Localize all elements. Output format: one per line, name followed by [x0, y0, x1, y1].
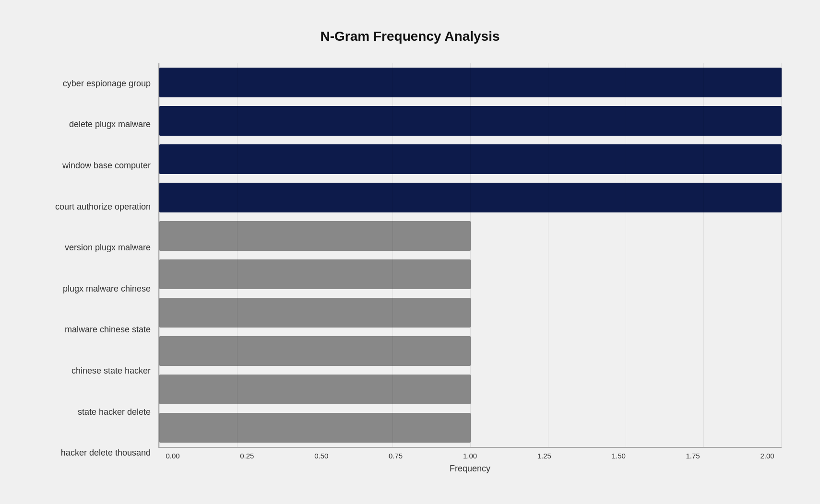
y-label: window base computer	[62, 147, 151, 185]
x-axis-label: Frequency	[158, 464, 782, 474]
bar	[159, 298, 471, 328]
x-tick: 2.00	[753, 452, 782, 460]
bars-and-x: 0.000.250.500.751.001.251.501.752.00 Fre…	[158, 63, 782, 474]
bar-row	[159, 255, 782, 293]
chart-area: cyber espionage groupdelete plugx malwar…	[38, 63, 782, 474]
y-label: cyber espionage group	[63, 65, 151, 103]
bar-row	[159, 102, 782, 140]
x-tick: 0.50	[307, 452, 336, 460]
y-label: delete plugx malware	[69, 105, 151, 144]
x-tick: 0.75	[381, 452, 410, 460]
y-label: plugx malware chinese	[63, 270, 151, 308]
bar-row	[159, 293, 782, 332]
bar	[159, 106, 782, 136]
bar	[159, 183, 782, 212]
bar-row	[159, 409, 782, 447]
bar	[159, 413, 471, 443]
x-tick: 0.25	[233, 452, 261, 460]
x-tick: 1.00	[456, 452, 485, 460]
bar-row	[159, 370, 782, 409]
y-label: version plugx malware	[65, 229, 151, 267]
y-label: hacker delete thousand	[61, 434, 151, 472]
y-label: chinese state hacker	[71, 352, 151, 390]
bar-row	[159, 140, 782, 178]
bar	[159, 144, 782, 174]
bar	[159, 375, 471, 404]
chart-title: N-Gram Frequency Analysis	[321, 29, 500, 44]
x-tick: 1.25	[530, 452, 559, 460]
x-tick: 0.00	[158, 452, 187, 460]
bar-row	[159, 63, 782, 102]
chart-container: N-Gram Frequency Analysis cyber espionag…	[10, 10, 810, 504]
y-labels: cyber espionage groupdelete plugx malwar…	[38, 63, 158, 474]
y-label: malware chinese state	[65, 311, 151, 349]
x-tick: 1.75	[678, 452, 707, 460]
bars-wrapper	[158, 63, 782, 448]
bar-row	[159, 217, 782, 255]
y-label: state hacker delete	[78, 393, 151, 432]
bar-row	[159, 332, 782, 370]
y-label: court authorize operation	[55, 188, 151, 226]
x-ticks: 0.000.250.500.751.001.251.501.752.00	[158, 452, 782, 460]
bar	[159, 221, 471, 251]
bar	[159, 68, 782, 97]
x-tick: 1.50	[604, 452, 633, 460]
bar-row	[159, 178, 782, 217]
bar	[159, 336, 471, 366]
x-axis: 0.000.250.500.751.001.251.501.752.00 Fre…	[158, 452, 782, 474]
bar	[159, 259, 471, 289]
